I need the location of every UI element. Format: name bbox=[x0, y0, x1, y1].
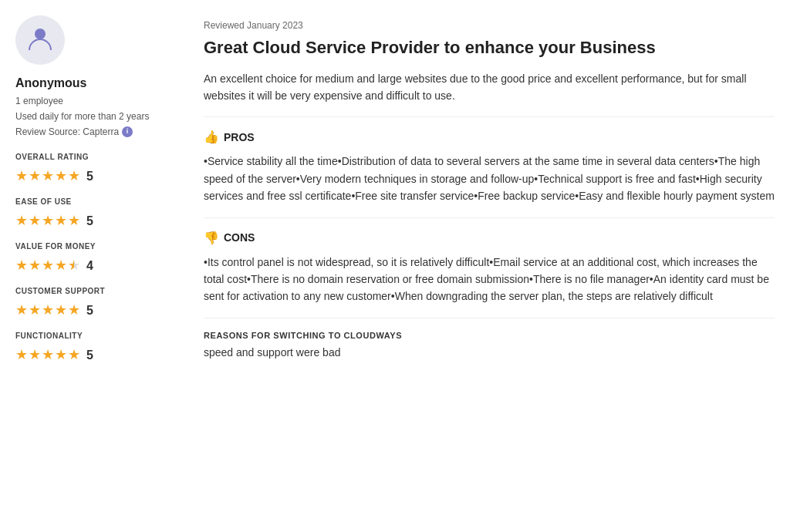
rating-label-2: VALUE FOR MONEY bbox=[15, 241, 185, 252]
rating-number-0: 5 bbox=[86, 167, 93, 186]
stars-row-4: ★★★★★5 bbox=[15, 345, 185, 365]
rating-label-1: EASE OF USE bbox=[15, 196, 185, 207]
rating-number-3: 5 bbox=[86, 301, 93, 320]
rating-label-3: CUSTOMER SUPPORT bbox=[15, 285, 185, 297]
star-4-4: ★ bbox=[68, 345, 80, 365]
user-icon bbox=[26, 24, 54, 56]
star-4-1: ★ bbox=[29, 345, 41, 365]
rating-section-0: OVERALL RATING★★★★★5 bbox=[15, 151, 185, 187]
stars-4: ★★★★★ bbox=[15, 345, 80, 365]
star-2-3: ★ bbox=[55, 255, 67, 276]
pros-label: PROS bbox=[224, 130, 255, 146]
star-1-0: ★ bbox=[15, 210, 28, 231]
rating-section-2: VALUE FOR MONEY★★★★★★4 bbox=[15, 241, 185, 276]
star-4-0: ★ bbox=[15, 345, 28, 365]
star-1-3: ★ bbox=[55, 210, 67, 231]
stars-0: ★★★★★ bbox=[15, 166, 80, 187]
star-3-0: ★ bbox=[15, 300, 28, 321]
stars-row-3: ★★★★★5 bbox=[15, 300, 185, 321]
cons-header: 👎 CONS bbox=[204, 229, 775, 247]
star-3-4: ★ bbox=[68, 300, 80, 321]
review-title: Great Cloud Service Provider to enhance … bbox=[204, 37, 775, 59]
cons-label: CONS bbox=[224, 230, 255, 246]
switching-label: REASONS FOR SWITCHING TO CLOUDWAYS bbox=[204, 329, 775, 342]
pros-section: 👍 PROS •Service stability all the time•D… bbox=[204, 128, 775, 204]
stars-1: ★★★★★ bbox=[15, 210, 80, 231]
stars-row-1: ★★★★★5 bbox=[15, 210, 185, 231]
cons-text: •Its control panel is not widespread, so… bbox=[204, 254, 775, 305]
stars-row-0: ★★★★★5 bbox=[15, 166, 185, 187]
stars-3: ★★★★★ bbox=[15, 300, 80, 321]
pros-header: 👍 PROS bbox=[204, 128, 775, 146]
star-1-1: ★ bbox=[29, 210, 41, 231]
rating-section-1: EASE OF USE★★★★★5 bbox=[15, 196, 185, 231]
star-3-3: ★ bbox=[55, 300, 67, 321]
divider-pros bbox=[204, 116, 775, 117]
star-2-2: ★ bbox=[42, 255, 54, 276]
pros-text: •Service stability all the time•Distribu… bbox=[204, 153, 775, 204]
review-source: Review Source: Capterra i bbox=[15, 125, 185, 139]
thumbs-up-icon: 👍 bbox=[204, 128, 219, 146]
star-3-2: ★ bbox=[42, 300, 54, 321]
star-2-1: ★ bbox=[29, 255, 41, 276]
reviewer-name: Anonymous bbox=[15, 74, 185, 93]
rating-label-4: FUNCTIONALITY bbox=[15, 330, 185, 342]
star-1-2: ★ bbox=[42, 210, 54, 231]
review-source-label: Review Source: Capterra bbox=[15, 125, 119, 139]
star-2-0: ★ bbox=[15, 255, 28, 276]
star-0-2: ★ bbox=[42, 166, 54, 187]
review-container: Anonymous 1 employee Used daily for more… bbox=[0, 0, 790, 532]
cons-section: 👎 CONS •Its control panel is not widespr… bbox=[204, 229, 775, 305]
stars-2: ★★★★★★ bbox=[15, 255, 80, 276]
rating-section-4: FUNCTIONALITY★★★★★5 bbox=[15, 330, 185, 365]
reviewer-usage: Used daily for more than 2 years bbox=[15, 109, 185, 123]
star-0-3: ★ bbox=[55, 166, 67, 187]
reviewer-employee-count: 1 employee bbox=[15, 94, 185, 108]
switching-section: REASONS FOR SWITCHING TO CLOUDWAYS speed… bbox=[204, 329, 775, 362]
review-summary: An excellent choice for medium and large… bbox=[204, 70, 775, 105]
rating-number-1: 5 bbox=[86, 212, 93, 231]
rating-label-0: OVERALL RATING bbox=[15, 151, 185, 163]
rating-section-3: CUSTOMER SUPPORT★★★★★5 bbox=[15, 285, 185, 321]
main-content: Reviewed January 2023 Great Cloud Servic… bbox=[204, 15, 775, 517]
review-date: Reviewed January 2023 bbox=[204, 19, 775, 32]
svg-point-0 bbox=[35, 29, 46, 39]
ratings-container: OVERALL RATING★★★★★5EASE OF USE★★★★★5VAL… bbox=[15, 151, 185, 365]
star-0-0: ★ bbox=[15, 166, 28, 187]
stars-row-2: ★★★★★★4 bbox=[15, 255, 185, 276]
rating-number-4: 5 bbox=[86, 346, 93, 365]
info-icon[interactable]: i bbox=[122, 126, 133, 137]
star-3-1: ★ bbox=[29, 300, 41, 321]
switching-text: speed and support were bad bbox=[204, 345, 775, 361]
star-1-4: ★ bbox=[68, 210, 80, 231]
rating-number-2: 4 bbox=[86, 257, 93, 275]
star-0-1: ★ bbox=[29, 166, 41, 187]
divider-switching bbox=[204, 318, 775, 318]
star-2-4: ★★ bbox=[68, 255, 80, 276]
divider-cons bbox=[204, 217, 775, 218]
thumbs-down-icon: 👎 bbox=[204, 229, 219, 247]
sidebar: Anonymous 1 employee Used daily for more… bbox=[15, 15, 185, 517]
star-4-2: ★ bbox=[42, 345, 54, 365]
star-0-4: ★ bbox=[68, 166, 80, 187]
star-4-3: ★ bbox=[55, 345, 67, 365]
avatar bbox=[15, 15, 65, 65]
